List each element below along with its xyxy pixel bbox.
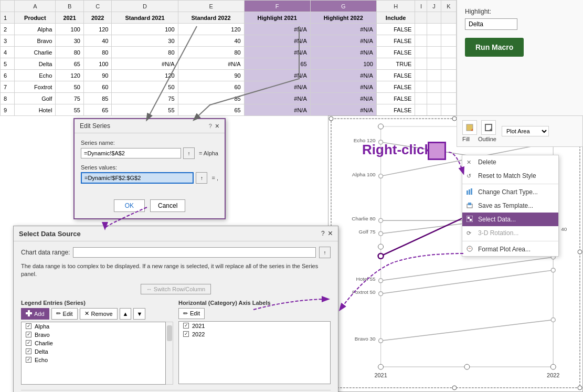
cell-g7[interactable]: #N/A xyxy=(310,81,376,93)
series-name-input[interactable] xyxy=(81,148,181,158)
cell-k5[interactable] xyxy=(441,58,456,70)
sds-edit-series-btn[interactable]: ✏ Edit xyxy=(51,308,78,320)
cell-k3[interactable] xyxy=(441,35,456,47)
menu-item-delete[interactable]: ✕ Delete xyxy=(462,155,558,169)
cell-h4[interactable]: FALSE xyxy=(376,47,415,58)
col-header-i[interactable]: I xyxy=(415,1,427,12)
cell-e3[interactable]: 40 xyxy=(178,35,244,47)
sds-series-listbox[interactable]: Alpha Bravo Charlie Delta xyxy=(21,322,166,385)
cell-i5[interactable] xyxy=(415,58,427,70)
cell-e1[interactable]: Standard 2022 xyxy=(178,12,244,24)
cell-d4[interactable]: 80 xyxy=(112,47,178,58)
cell-a3[interactable]: Bravo xyxy=(15,35,56,47)
series-item-bravo[interactable]: Bravo xyxy=(22,331,165,339)
series-checkbox-charlie[interactable] xyxy=(26,340,31,346)
cell-a5[interactable]: Delta xyxy=(15,58,56,70)
cell-k9[interactable] xyxy=(441,104,456,116)
cell-d1[interactable]: Standard 2021 xyxy=(112,12,178,24)
cell-b3[interactable]: 30 xyxy=(56,35,84,47)
cell-f5[interactable]: 65 xyxy=(244,58,310,70)
cell-i4[interactable] xyxy=(415,47,427,58)
col-header-b[interactable]: B xyxy=(56,1,84,12)
series-checkbox-delta[interactable] xyxy=(26,348,31,354)
sds-range-btn[interactable]: ↑ xyxy=(319,247,331,258)
col-header-d[interactable]: D xyxy=(112,1,178,12)
cell-i7[interactable] xyxy=(415,81,427,93)
col-header-f[interactable]: F xyxy=(244,1,310,12)
cell-g5[interactable]: 100 xyxy=(310,58,376,70)
cell-h7[interactable]: FALSE xyxy=(376,81,415,93)
run-macro-button[interactable]: Run Macro xyxy=(465,38,524,57)
edit-series-ok-btn[interactable]: OK xyxy=(114,199,145,212)
cell-i9[interactable] xyxy=(415,104,427,116)
cell-h8[interactable]: FALSE xyxy=(376,93,415,104)
axis-item-2022[interactable]: 2022 xyxy=(179,330,330,338)
listbox-scrollbar[interactable] xyxy=(167,325,172,341)
col-header-a[interactable]: A xyxy=(15,1,56,12)
series-item-delta[interactable]: Delta xyxy=(22,347,165,356)
axis-item-2021[interactable]: 2021 xyxy=(179,322,330,330)
cell-g1[interactable]: Highlight 2022 xyxy=(310,12,376,24)
cell-j3[interactable] xyxy=(427,35,441,47)
cell-j1[interactable] xyxy=(427,12,441,24)
cell-c3[interactable]: 40 xyxy=(83,35,112,47)
cell-g6[interactable]: #N/A xyxy=(310,70,376,81)
series-checkbox-alpha[interactable] xyxy=(26,323,31,329)
cell-b6[interactable]: 120 xyxy=(56,70,84,81)
plot-area-select[interactable]: Plot Area Chart Area xyxy=(502,126,549,136)
cell-k6[interactable] xyxy=(441,70,456,81)
cell-d7[interactable]: 50 xyxy=(112,81,178,93)
menu-item-change-chart[interactable]: Change Chart Type... xyxy=(462,185,558,199)
cell-d6[interactable]: 120 xyxy=(112,70,178,81)
edit-series-close[interactable]: × xyxy=(215,122,219,130)
cell-j4[interactable] xyxy=(427,47,441,58)
cell-d5[interactable]: #N/A xyxy=(112,58,178,70)
cell-h3[interactable]: FALSE xyxy=(376,35,415,47)
cell-c9[interactable]: 65 xyxy=(83,104,112,116)
cell-b5[interactable]: 65 xyxy=(56,58,84,70)
cell-e5[interactable]: #N/A xyxy=(178,58,244,70)
cell-h6[interactable]: FALSE xyxy=(376,70,415,81)
fill-icon-btn[interactable] xyxy=(462,120,477,135)
cell-c5[interactable]: 100 xyxy=(83,58,112,70)
cell-k7[interactable] xyxy=(441,81,456,93)
col-header-j[interactable]: J xyxy=(427,1,441,12)
cell-k2[interactable] xyxy=(441,24,456,35)
menu-item-select-data[interactable]: Select Data... xyxy=(462,213,558,226)
cell-j2[interactable] xyxy=(427,24,441,35)
cell-a9[interactable]: Hotel xyxy=(15,104,56,116)
series-values-input[interactable] xyxy=(81,172,194,184)
highlight-input[interactable] xyxy=(465,18,517,30)
sds-help[interactable]: ? xyxy=(321,230,325,237)
cell-c2[interactable]: 120 xyxy=(83,24,112,35)
cell-e8[interactable]: 85 xyxy=(178,93,244,104)
cell-f7[interactable]: #N/A xyxy=(244,81,310,93)
series-checkbox-bravo[interactable] xyxy=(26,332,31,337)
cell-b7[interactable]: 50 xyxy=(56,81,84,93)
series-item-charlie[interactable]: Charlie xyxy=(22,339,165,347)
cell-a4[interactable]: Charlie xyxy=(15,47,56,58)
cell-h1[interactable]: Include xyxy=(376,12,415,24)
cell-a2[interactable]: Alpha xyxy=(15,24,56,35)
cell-a8[interactable]: Golf xyxy=(15,93,56,104)
cell-d8[interactable]: 75 xyxy=(112,93,178,104)
cell-h9[interactable]: FALSE xyxy=(376,104,415,116)
outline-icon-btn[interactable] xyxy=(481,120,496,135)
cell-j9[interactable] xyxy=(427,104,441,116)
cell-i8[interactable] xyxy=(415,93,427,104)
series-item-alpha[interactable]: Alpha xyxy=(22,322,165,331)
cell-c8[interactable]: 85 xyxy=(83,93,112,104)
series-values-range-btn[interactable]: ↑ xyxy=(196,172,207,184)
cell-e4[interactable]: 80 xyxy=(178,47,244,58)
cell-h2[interactable]: FALSE xyxy=(376,24,415,35)
cell-c1[interactable]: 2022 xyxy=(83,12,112,24)
cell-k4[interactable] xyxy=(441,47,456,58)
cell-j5[interactable] xyxy=(427,58,441,70)
cell-f4[interactable]: #N/A xyxy=(244,47,310,58)
series-name-range-btn[interactable]: ↑ xyxy=(183,147,195,159)
menu-item-reset[interactable]: ↺ Reset to Match Style xyxy=(462,169,558,183)
sds-range-input[interactable] xyxy=(73,247,316,258)
series-item-echo[interactable]: Echo xyxy=(22,356,165,364)
cell-i6[interactable] xyxy=(415,70,427,81)
sds-moveup-btn[interactable]: ▲ xyxy=(120,308,132,320)
